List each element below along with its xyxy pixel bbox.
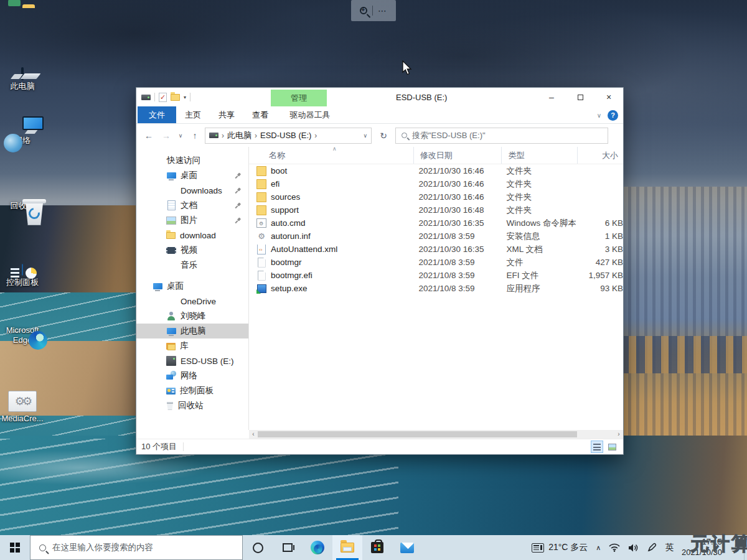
scrollbar-thumb[interactable]: [258, 431, 577, 437]
nav-tree-item[interactable]: 快速访问: [136, 153, 248, 168]
maximize-button[interactable]: [566, 88, 594, 106]
column-header-type[interactable]: 类型: [501, 147, 577, 164]
breadcrumb-separator-icon[interactable]: ›: [255, 131, 257, 140]
nav-tree-item[interactable]: 桌面: [136, 279, 248, 294]
taskbar-search-box[interactable]: 在这里输入你要搜索的内容: [30, 535, 243, 560]
nav-tree-item[interactable]: ESD-USB (E:): [136, 353, 248, 368]
taskbar-store-button[interactable]: [362, 535, 392, 560]
breadcrumb-item[interactable]: 此电脑: [227, 130, 251, 141]
more-options-button[interactable]: ⋯: [378, 7, 387, 14]
file-row[interactable]: bootmgr 2021/10/8 3:59 文件 427 KB: [249, 256, 623, 269]
cortana-button[interactable]: [243, 535, 273, 560]
breadcrumb-separator-icon[interactable]: ›: [314, 131, 317, 140]
file-row[interactable]: efi 2021/10/30 16:46 文件夹: [249, 177, 623, 190]
desktop-icon-label: MediaCre...: [1, 414, 43, 424]
title-bar[interactable]: ✓ ▾ 管理 ESD-USB (E:) – ×: [136, 88, 623, 106]
nav-tree-item[interactable]: download: [136, 228, 248, 243]
scroll-left-icon[interactable]: ‹: [249, 430, 258, 439]
ribbon-tab[interactable]: 驱动器工具: [282, 106, 338, 123]
ribbon-tab[interactable]: 主页: [176, 106, 210, 123]
nav-tree-item[interactable]: 回收站: [136, 398, 248, 413]
new-folder-icon[interactable]: [171, 94, 180, 101]
volume-icon[interactable]: [628, 543, 639, 553]
nav-tree-item[interactable]: 视频: [136, 243, 248, 258]
nav-tree-item[interactable]: 网络: [136, 368, 248, 383]
pen-icon[interactable]: [647, 543, 657, 553]
nav-tree-item[interactable]: 刘晓峰: [136, 309, 248, 324]
file-row[interactable]: bootmgr.efi 2021/10/8 3:59 EFI 文件 1,957 …: [249, 269, 623, 282]
file-name-cell: auto.cmd: [249, 218, 413, 228]
file-type-icon: [256, 245, 266, 254]
desktop-icon-network[interactable]: 网络: [0, 134, 45, 146]
minimize-button[interactable]: –: [537, 88, 566, 106]
details-view-button[interactable]: [591, 441, 603, 453]
column-header-name[interactable]: 名称: [249, 147, 413, 164]
desktop-icon-recycle-bin[interactable]: 回收站: [0, 199, 45, 211]
file-row[interactable]: auto.cmd 2021/10/30 16:35 Windows 命令脚本 6…: [249, 217, 623, 230]
nav-tree-item[interactable]: 文档: [136, 198, 248, 213]
up-button[interactable]: ↑: [187, 131, 202, 141]
taskbar-edge-button[interactable]: [303, 535, 332, 560]
ribbon-tab[interactable]: 文件: [138, 106, 176, 123]
nav-tree-item[interactable]: Downloads: [136, 183, 248, 198]
horizontal-scrollbar[interactable]: ‹ ›: [249, 430, 623, 439]
file-row[interactable]: setup.exe 2021/10/8 3:59 应用程序 93 KB: [249, 282, 623, 295]
nav-item-icon: [166, 245, 176, 255]
start-button[interactable]: [0, 535, 30, 560]
taskbar-file-explorer-button[interactable]: [332, 535, 362, 560]
forward-button[interactable]: →: [159, 131, 174, 141]
search-box[interactable]: 搜索"ESD-USB (E:)": [395, 128, 608, 144]
zoom-in-icon[interactable]: [360, 7, 367, 14]
task-view-icon: [283, 543, 293, 552]
scroll-right-icon[interactable]: ›: [614, 430, 623, 439]
file-row[interactable]: support 2021/10/30 16:48 文件夹: [249, 203, 623, 217]
column-header-size[interactable]: 大小: [577, 147, 623, 164]
search-placeholder: 搜索"ESD-USB (E:)": [412, 130, 486, 141]
ribbon-collapse-icon[interactable]: ∨: [597, 112, 601, 119]
column-header-date[interactable]: 修改日期: [413, 147, 502, 164]
back-button[interactable]: ←: [141, 131, 156, 141]
file-type-cell: Windows 命令脚本: [500, 218, 576, 229]
desktop-icon-control-panel[interactable]: 控制面板: [0, 264, 45, 287]
file-row[interactable]: ⚙ autorun.inf 2021/10/8 3:59 安装信息 1 KB: [249, 230, 623, 243]
desktop-icon-media-creation-tool[interactable]: ⚙⚙ MediaCre...: [0, 391, 45, 424]
taskbar-mail-button[interactable]: [392, 535, 422, 560]
recent-locations-icon[interactable]: ∨: [176, 133, 185, 139]
file-row[interactable]: boot 2021/10/30 16:46 文件夹: [249, 164, 623, 177]
file-type-icon: [256, 166, 266, 176]
task-view-button[interactable]: [273, 535, 303, 560]
file-size-cell: 93 KB: [576, 284, 623, 293]
address-dropdown-icon[interactable]: ∨: [363, 133, 367, 139]
desktop-icon-edge[interactable]: Microsoft Edge: [0, 324, 45, 346]
file-row[interactable]: AutoUnattend.xml 2021/10/30 16:35 XML 文档…: [249, 243, 623, 256]
nav-tree-item[interactable]: 音乐: [136, 258, 248, 273]
news-and-interests[interactable]: 21°C 多云: [532, 542, 588, 553]
qat-dropdown-icon[interactable]: ▾: [184, 95, 186, 100]
refresh-button[interactable]: ↻: [374, 128, 393, 144]
file-size-cell: 1 KB: [576, 231, 623, 241]
file-row[interactable]: sources 2021/10/30 16:46 文件夹: [249, 190, 623, 203]
magnifier-toolbar[interactable]: ⋯: [351, 0, 396, 21]
nav-tree-item[interactable]: 此电脑: [136, 324, 248, 338]
address-field[interactable]: ›此电脑›ESD-USB (E:)› ∨: [205, 128, 372, 144]
help-button[interactable]: ?: [608, 110, 618, 121]
nav-tree-item[interactable]: 库: [136, 338, 248, 353]
desktop-icon-user-folder[interactable]: [0, 7, 45, 9]
ribbon-tab[interactable]: 查看: [243, 106, 277, 123]
properties-icon[interactable]: ✓: [159, 93, 167, 102]
show-hidden-icons-button[interactable]: ∧: [596, 544, 601, 552]
breadcrumb-separator-icon[interactable]: ›: [222, 131, 224, 140]
file-type-icon: [256, 179, 266, 189]
desktop-icon-this-pc[interactable]: 此电脑: [0, 68, 45, 91]
close-button[interactable]: ×: [594, 88, 623, 106]
nav-tree-item[interactable]: OneDrive: [136, 294, 248, 309]
ribbon-tab[interactable]: 共享: [210, 106, 243, 123]
thumbnail-view-button[interactable]: [606, 441, 618, 453]
nav-tree-item[interactable]: 图片: [136, 213, 248, 228]
nav-item-label: 快速访问: [167, 155, 200, 166]
nav-tree-item[interactable]: 控制面板: [136, 383, 248, 398]
input-language-indicator[interactable]: 英: [665, 542, 674, 553]
nav-tree-item[interactable]: 桌面: [136, 168, 248, 183]
breadcrumb-item[interactable]: ESD-USB (E:): [260, 131, 311, 140]
wifi-icon[interactable]: [609, 543, 620, 552]
